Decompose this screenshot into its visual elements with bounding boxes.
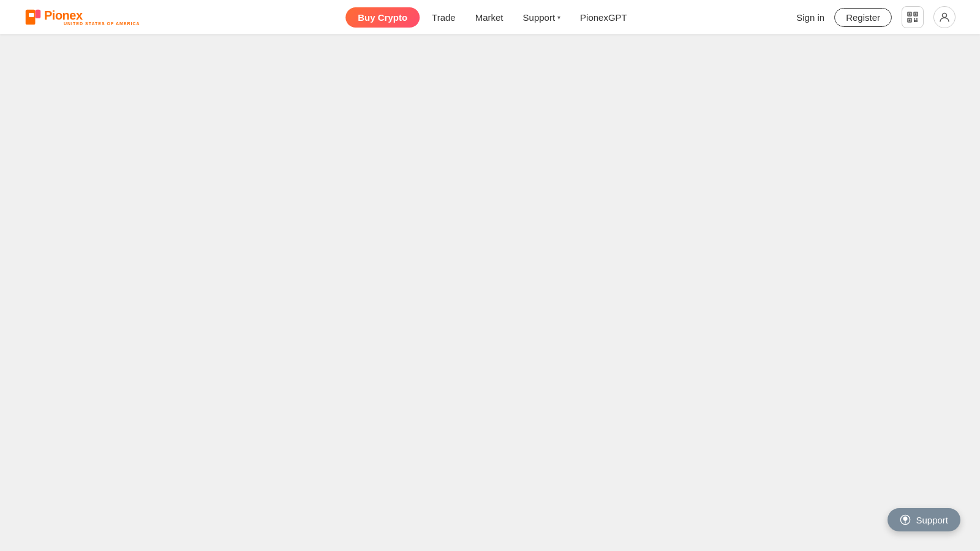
qr-icon	[907, 12, 918, 23]
svg-point-15	[905, 522, 907, 523]
svg-point-13	[943, 13, 947, 18]
svg-rect-1	[29, 13, 34, 17]
profile-icon	[939, 12, 950, 23]
signin-link[interactable]: Sign in	[796, 12, 824, 23]
logo-text-container: Pionex UNITED STATES OF AMERICA	[44, 9, 140, 26]
support-dropdown[interactable]: Support ▾	[516, 7, 568, 28]
navbar: Pionex UNITED STATES OF AMERICA Buy Cryp…	[0, 0, 980, 34]
trade-link[interactable]: Trade	[424, 7, 463, 28]
support-float-button[interactable]: Support	[888, 508, 960, 531]
svg-rect-2	[36, 10, 41, 18]
svg-rect-8	[909, 20, 911, 21]
logo[interactable]: Pionex UNITED STATES OF AMERICA	[24, 9, 140, 26]
support-float-label: Support	[916, 515, 948, 525]
navbar-left: Pionex UNITED STATES OF AMERICA	[24, 9, 140, 26]
svg-rect-12	[916, 20, 918, 22]
navbar-right: Sign in Register	[796, 6, 956, 28]
logo-main-row: Pionex	[44, 9, 83, 23]
profile-button[interactable]	[933, 6, 956, 28]
qr-code-button[interactable]	[902, 6, 924, 28]
svg-rect-9	[914, 18, 915, 20]
market-link[interactable]: Market	[468, 7, 511, 28]
logo-icon	[24, 9, 42, 26]
logo-text: Pionex	[44, 9, 83, 23]
support-chat-icon	[900, 514, 911, 525]
support-label: Support	[523, 12, 556, 23]
svg-rect-4	[909, 13, 911, 15]
pionexgpt-link[interactable]: PionexGPT	[573, 7, 635, 28]
buy-crypto-button[interactable]: Buy Crypto	[345, 7, 420, 28]
register-button[interactable]: Register	[834, 8, 892, 27]
support-chevron-icon: ▾	[557, 14, 560, 21]
svg-rect-6	[915, 13, 917, 15]
logo-tagline: UNITED STATES OF AMERICA	[64, 21, 140, 26]
svg-rect-10	[916, 18, 918, 20]
main-content	[0, 34, 980, 551]
svg-rect-11	[914, 20, 916, 22]
navbar-center: Buy Crypto Trade Market Support ▾ Pionex…	[345, 7, 635, 28]
